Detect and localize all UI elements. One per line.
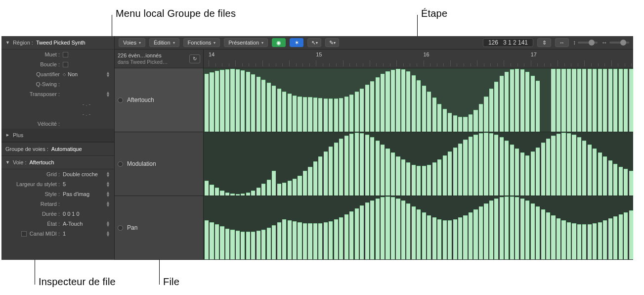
step-bar[interactable] bbox=[520, 69, 524, 132]
step-bar[interactable] bbox=[515, 69, 519, 132]
step-bar[interactable] bbox=[210, 222, 214, 259]
step-bar[interactable] bbox=[520, 198, 524, 259]
step-bar[interactable] bbox=[401, 159, 405, 196]
step-bar[interactable] bbox=[453, 115, 457, 132]
step-bar[interactable] bbox=[349, 134, 353, 196]
lane-pan[interactable] bbox=[204, 196, 633, 260]
step-bar[interactable] bbox=[329, 147, 333, 196]
step-bar[interactable] bbox=[215, 224, 219, 259]
step-bar[interactable] bbox=[241, 194, 245, 196]
step-bar[interactable] bbox=[432, 217, 436, 259]
step-bar[interactable] bbox=[448, 220, 452, 259]
step-bar[interactable] bbox=[282, 92, 286, 132]
step-bar[interactable] bbox=[277, 184, 281, 196]
step-bar[interactable] bbox=[624, 169, 628, 196]
step-bar[interactable] bbox=[261, 230, 265, 259]
step-bar[interactable] bbox=[619, 167, 623, 196]
step-bar[interactable] bbox=[479, 104, 483, 132]
step-bar[interactable] bbox=[515, 148, 519, 196]
step-bar[interactable] bbox=[546, 212, 550, 259]
step-bar[interactable] bbox=[391, 197, 395, 259]
mute-checkbox[interactable] bbox=[63, 52, 68, 57]
stepper-icon[interactable]: ▲▼ bbox=[106, 231, 110, 237]
step-bar[interactable] bbox=[453, 148, 457, 196]
step-bar[interactable] bbox=[577, 224, 581, 259]
step-bar[interactable] bbox=[432, 162, 436, 196]
step-bar[interactable] bbox=[308, 167, 312, 196]
edition-menu[interactable]: Édition▾ bbox=[149, 38, 179, 47]
step-bar[interactable] bbox=[593, 69, 597, 132]
step-bar[interactable] bbox=[567, 69, 571, 132]
step-bar[interactable] bbox=[293, 221, 297, 259]
step-bar[interactable] bbox=[541, 143, 545, 196]
step-bar[interactable] bbox=[339, 98, 343, 132]
step-bar[interactable] bbox=[500, 76, 504, 132]
step-bar[interactable] bbox=[437, 159, 441, 196]
step-bar[interactable] bbox=[230, 194, 234, 196]
step-bar[interactable] bbox=[505, 72, 509, 132]
step-bar[interactable] bbox=[437, 104, 441, 132]
step-bar[interactable] bbox=[624, 69, 628, 132]
step-bar[interactable] bbox=[417, 166, 421, 196]
step-bar[interactable] bbox=[318, 98, 322, 132]
step-bar[interactable] bbox=[360, 89, 364, 132]
step-bar[interactable] bbox=[572, 223, 576, 259]
step-bar[interactable] bbox=[376, 198, 380, 259]
step-bar[interactable] bbox=[588, 69, 592, 132]
step-bar[interactable] bbox=[210, 72, 214, 132]
midi-out-button[interactable]: ✶ bbox=[290, 38, 303, 47]
step-bar[interactable] bbox=[215, 71, 219, 132]
step-bar[interactable] bbox=[489, 200, 493, 259]
vzoom-slider[interactable]: ↕ bbox=[573, 39, 598, 46]
row-style[interactable]: Style : Pas d'imag▲▼ bbox=[1, 189, 114, 199]
step-bar[interactable] bbox=[531, 76, 535, 132]
step-bar[interactable] bbox=[619, 214, 623, 259]
step-bar[interactable] bbox=[257, 231, 260, 259]
step-bar[interactable] bbox=[376, 141, 380, 196]
step-bar[interactable] bbox=[422, 212, 426, 259]
step-bar[interactable] bbox=[582, 69, 586, 132]
step-bar[interactable] bbox=[225, 69, 229, 132]
step-bar[interactable] bbox=[437, 219, 441, 259]
step-bar[interactable] bbox=[603, 220, 607, 259]
step-bar[interactable] bbox=[608, 160, 612, 196]
row-grid[interactable]: Grid : Double croche▲▼ bbox=[1, 169, 114, 179]
row-midich[interactable]: Canal MIDI : 1▲▼ bbox=[1, 229, 114, 239]
hfit-button[interactable]: ↔ bbox=[555, 38, 569, 47]
stepper-icon[interactable]: ▲▼ bbox=[106, 181, 110, 187]
step-bar[interactable] bbox=[334, 143, 338, 196]
step-bar[interactable] bbox=[473, 209, 477, 259]
step-bar[interactable] bbox=[546, 139, 550, 196]
step-bar[interactable] bbox=[520, 152, 524, 196]
step-bar[interactable] bbox=[401, 200, 405, 259]
step-bar[interactable] bbox=[391, 152, 395, 196]
step-bar[interactable] bbox=[334, 219, 338, 259]
step-bar[interactable] bbox=[500, 137, 504, 196]
step-bar[interactable] bbox=[318, 156, 322, 196]
step-bar[interactable] bbox=[282, 183, 286, 196]
step-bar[interactable] bbox=[561, 69, 565, 132]
step-bar[interactable] bbox=[427, 215, 431, 259]
step-bar[interactable] bbox=[261, 80, 265, 132]
step-bar[interactable] bbox=[515, 197, 519, 259]
step-bar[interactable] bbox=[473, 135, 477, 196]
step-bar[interactable] bbox=[443, 109, 447, 132]
step-bar[interactable] bbox=[236, 69, 240, 132]
step-bar[interactable] bbox=[417, 209, 421, 259]
step-bar[interactable] bbox=[324, 98, 328, 132]
step-bar[interactable] bbox=[406, 162, 410, 196]
step-bar[interactable] bbox=[613, 164, 617, 196]
step-bar[interactable] bbox=[536, 206, 540, 259]
step-bar[interactable] bbox=[577, 69, 581, 132]
step-bar[interactable] bbox=[417, 80, 421, 132]
row-transpose[interactable]: Transposer : ▲▼ bbox=[1, 89, 114, 99]
vzoom-button[interactable]: ⇕ bbox=[537, 38, 551, 47]
step-bar[interactable] bbox=[406, 71, 410, 132]
step-bar[interactable] bbox=[230, 230, 234, 259]
step-bar[interactable] bbox=[463, 140, 467, 196]
step-bar[interactable] bbox=[500, 197, 504, 259]
step-bar[interactable] bbox=[329, 221, 333, 259]
step-bar[interactable] bbox=[448, 113, 452, 132]
step-bar[interactable] bbox=[525, 155, 529, 196]
step-bar[interactable] bbox=[349, 211, 353, 259]
